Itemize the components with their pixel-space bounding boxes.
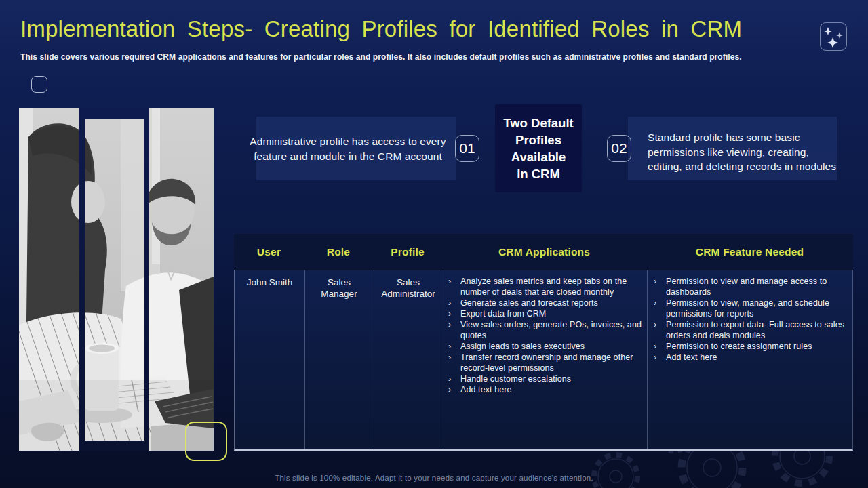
page-title: Implementation Steps- Creating Profiles … <box>20 16 800 42</box>
cell-profile: Sales Administrator <box>374 270 443 300</box>
list-item: › Analyze sales metrics and keep tabs on… <box>448 276 642 298</box>
header-cell-profile: Profile <box>373 234 442 270</box>
list-item: › Handle customer escalations <box>448 373 642 384</box>
list-item-text: Handle customer escalations <box>460 373 642 384</box>
yellow-frame-accent <box>185 422 227 461</box>
list-item-text: Add text here <box>666 352 848 363</box>
list-item-text: Analyze sales metrics and keep tabs on t… <box>460 276 642 298</box>
decorative-square-outline <box>31 76 47 93</box>
chevron-bullet-icon: › <box>448 341 455 352</box>
cell-user: John Smith <box>235 270 304 288</box>
crm-applications-list: › Analyze sales metrics and keep tabs on… <box>443 270 647 395</box>
list-item: › Permission to export data- Full access… <box>654 319 848 341</box>
cell-role: Sales Manager <box>304 270 374 300</box>
list-item-text: View sales orders, generate POs, invoice… <box>460 319 642 341</box>
list-item-text: Add text here <box>460 384 642 395</box>
photo-panel-gap <box>144 108 149 451</box>
slide: Implementation Steps- Creating Profiles … <box>0 0 868 488</box>
chevron-bullet-icon: › <box>448 352 455 373</box>
list-item: › View sales orders, generate POs, invoi… <box>448 319 642 341</box>
chevron-bullet-icon: › <box>654 298 660 319</box>
chevron-bullet-icon: › <box>448 308 455 319</box>
list-item: › Permission to view and manage access t… <box>654 276 848 298</box>
step-1-number-badge: 01 <box>455 135 479 162</box>
list-item-text: Permission to create assignment rules <box>666 341 848 352</box>
list-item: › Transfer record ownership and manage o… <box>448 352 642 373</box>
chevron-bullet-icon: › <box>654 276 660 298</box>
list-item: › Export data from CRM <box>448 308 642 319</box>
roles-table-body: John Smith Sales Manager Sales Administr… <box>234 270 853 451</box>
sparkles-badge <box>820 22 847 51</box>
list-item: › Permission to view, manage, and schedu… <box>654 298 848 319</box>
photo-panel-inset-bottom <box>84 441 145 451</box>
list-item-text: Assign leads to sales executives <box>460 341 642 352</box>
chevron-bullet-icon: › <box>448 384 455 395</box>
list-item-text: Export data from CRM <box>460 308 642 319</box>
list-item: › Assign leads to sales executives <box>448 341 642 352</box>
list-item: › Add text here <box>654 352 848 363</box>
header-cell-crm-applications: CRM Applications <box>442 234 646 270</box>
header-cell-role: Role <box>304 234 373 270</box>
step-2-text: Standard profile has some basic permissi… <box>648 130 846 174</box>
two-default-profiles-box: Two Default Profiles Available in CRM <box>495 104 582 192</box>
photo-panel-inset-top <box>84 108 145 119</box>
team-photo <box>19 108 214 451</box>
step-2-number-badge: 02 <box>607 135 631 162</box>
list-item: › Permission to create assignment rules <box>654 341 848 352</box>
list-item-text: Permission to view and manage access to … <box>666 276 848 298</box>
list-item-text: Generate sales and forecast reports <box>460 298 642 308</box>
sparkles-icon <box>821 23 846 50</box>
list-item-text: Permission to export data- Full access t… <box>666 319 848 341</box>
chevron-bullet-icon: › <box>654 341 660 352</box>
step-1-text: Administrative profile has access to eve… <box>245 134 450 163</box>
list-item-text: Transfer record ownership and manage oth… <box>460 352 642 373</box>
list-item: › Add text here <box>448 384 642 395</box>
slide-footer: This slide is 100% editable. Adapt it to… <box>0 474 868 482</box>
chevron-bullet-icon: › <box>448 276 455 298</box>
page-subtitle: This slide covers various required CRM a… <box>20 52 827 62</box>
team-photo-illustration <box>19 108 214 451</box>
chevron-bullet-icon: › <box>654 319 660 341</box>
chevron-bullet-icon: › <box>448 319 455 341</box>
chevron-bullet-icon: › <box>448 298 455 308</box>
list-item: › Generate sales and forecast reports <box>448 298 642 308</box>
chevron-bullet-icon: › <box>448 373 455 384</box>
chevron-bullet-icon: › <box>654 352 660 363</box>
header-cell-crm-feature-needed: CRM Feature Needed <box>646 234 853 270</box>
photo-panel-gap <box>79 108 85 451</box>
header-cell-user: User <box>234 234 304 270</box>
crm-features-list: › Permission to view and manage access t… <box>647 270 854 363</box>
roles-table-header: User Role Profile CRM Applications CRM F… <box>234 234 853 270</box>
list-item-text: Permission to view, manage, and schedule… <box>666 298 848 319</box>
